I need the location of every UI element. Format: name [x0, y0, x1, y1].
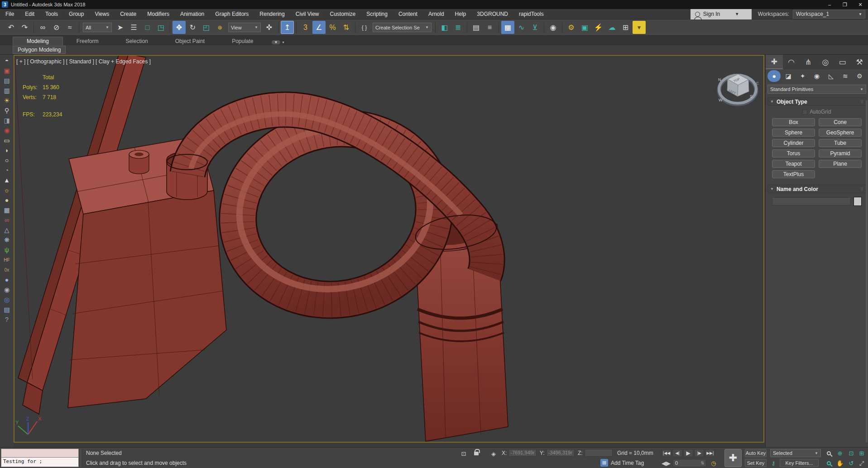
tab-selection[interactable]: Selection [112, 37, 161, 45]
select-by-name-button[interactable]: ☰ [127, 21, 140, 34]
render-in-cloud-button[interactable]: ☁ [605, 21, 619, 34]
menu-edit[interactable]: Edit [19, 9, 40, 19]
maximize-viewport-button[interactable]: ⤢ [856, 459, 867, 468]
cube-array-icon[interactable]: ▦ [1, 205, 13, 215]
use-pivot-center-button[interactable]: ✜ [263, 21, 276, 34]
cone-icon[interactable]: ▲ [1, 175, 13, 185]
align-button[interactable]: ≣ [451, 21, 465, 34]
select-and-place-button[interactable]: ⊕ [213, 21, 226, 34]
autogrid-checkbox[interactable] [802, 110, 807, 115]
panel-scrollbar[interactable] [866, 100, 868, 443]
tab-modeling[interactable]: Modeling [13, 37, 63, 45]
category-shapes[interactable]: ◪ [782, 70, 795, 82]
select-and-scale-button[interactable]: ◰ [200, 21, 213, 34]
menu-arnold[interactable]: Arnold [423, 9, 450, 19]
set-keys-button[interactable]: ✚ [724, 449, 742, 467]
menu-file[interactable]: File [0, 9, 19, 19]
cone-button[interactable]: Cone [819, 118, 862, 126]
reference-coordinate-dropdown[interactable]: View ▼ [228, 23, 261, 32]
category-lights[interactable]: ✦ [796, 70, 809, 82]
listener-script-field[interactable]: Testing for ; [1, 458, 79, 467]
hair-hf-icon[interactable]: HF [1, 255, 13, 265]
select-and-move-button[interactable]: ✥ [173, 21, 186, 34]
select-link-button[interactable]: ∞ [36, 21, 49, 34]
torus-button[interactable]: Torus [772, 149, 815, 158]
glow-dome-icon[interactable]: ◗ [1, 145, 13, 155]
listener-macro-field[interactable] [1, 449, 79, 458]
category-spacewarps[interactable]: ≋ [839, 70, 852, 82]
category-systems[interactable]: ⚙ [853, 70, 866, 82]
render-setup-button[interactable]: ⚙ [565, 21, 578, 34]
y-field[interactable]: -3496,319r [547, 449, 575, 457]
menu-modifiers[interactable]: Modifiers [142, 9, 175, 19]
red-camera-icon[interactable]: ◉ [1, 125, 13, 135]
mirror-button[interactable]: ◧ [438, 21, 451, 34]
sphere-region-icon[interactable]: ◎ [1, 295, 13, 305]
time-configuration-button[interactable]: ◷ [709, 459, 718, 467]
box-button[interactable]: Box [772, 118, 815, 126]
name-color-header[interactable]: ▼ Name and Color ⠿ [767, 185, 866, 193]
redo-button[interactable]: ↷ [18, 21, 31, 34]
tab-object-paint[interactable]: Object Paint [162, 37, 218, 45]
go-to-end-button[interactable]: ▶▶| [705, 449, 715, 457]
render-preview-icon[interactable]: ▣ [1, 66, 13, 76]
blue-sphere-icon[interactable]: ● [1, 275, 13, 285]
tube-button[interactable]: Tube [819, 139, 862, 147]
render-teapot-icon[interactable]: ◓ [1, 56, 13, 66]
scene-explorer-button[interactable]: ≡ [483, 21, 496, 34]
snap-toggle-3d-button[interactable]: 3 [299, 21, 312, 34]
undo-button[interactable]: ↶ [5, 21, 18, 34]
previous-frame-button[interactable]: ◀| [672, 449, 682, 457]
named-selection-sets-button[interactable]: { } [358, 21, 371, 34]
menu-3dground[interactable]: 3DGROUND [471, 9, 513, 19]
zoom-extents-button[interactable]: ⊡ [846, 449, 857, 458]
percent-snap-button[interactable]: % [326, 21, 339, 34]
object-color-swatch[interactable] [854, 197, 862, 206]
menu-views[interactable]: Views [89, 9, 115, 19]
menu-content[interactable]: Content [393, 9, 423, 19]
bind-spacewarp-button[interactable]: ≈ [63, 21, 77, 34]
category-helpers[interactable]: ◺ [825, 70, 838, 82]
absolute-mode-button[interactable]: ◈ [489, 449, 498, 458]
spacewarp-icon[interactable]: △ [1, 225, 13, 235]
document-transfer-icon[interactable]: ▤ [1, 305, 13, 315]
grass-icon[interactable]: ψ [1, 245, 13, 255]
selection-set-key-dropdown[interactable]: Selected ▼ [770, 449, 821, 457]
ribbon-minimize-button[interactable]: ▼ ▾ [272, 40, 284, 44]
tab-motion[interactable]: ◎ [817, 55, 834, 69]
select-object-button[interactable]: ➤ [114, 21, 127, 34]
menu-rapidtools[interactable]: rapidTools [513, 9, 549, 19]
play-button[interactable]: ▶ [683, 449, 693, 457]
minimize-button[interactable]: – [822, 0, 837, 9]
material-editor-button[interactable]: ◉ [547, 21, 560, 34]
curve-editor-button[interactable]: ∿ [515, 21, 528, 34]
next-frame-button[interactable]: |▶ [694, 449, 704, 457]
primitive-type-dropdown[interactable]: Standard Primitives ▼ [767, 85, 866, 94]
help-icon[interactable]: ? [1, 315, 13, 325]
sphere-button[interactable]: Sphere [772, 129, 815, 137]
render-dialog-icon[interactable]: ▤ [1, 76, 13, 86]
key-mode-toggle[interactable]: ◀▶ [662, 459, 671, 467]
set-key-button[interactable]: Set Key [745, 459, 767, 467]
select-sphere-icon[interactable]: ◉ [1, 285, 13, 295]
menu-help[interactable]: Help [450, 9, 472, 19]
camera-clapper-icon[interactable]: ◨ [1, 115, 13, 125]
key-filter-icon[interactable]: ⚷ [769, 459, 778, 467]
spinner-snap-button[interactable]: ⇅ [340, 21, 353, 34]
camera-mic-icon[interactable]: ⚲ [1, 105, 13, 115]
auto-key-button[interactable]: Auto Key [745, 449, 767, 457]
zoom-button[interactable] [823, 449, 834, 458]
object-type-header[interactable]: ▼ Object Type ⠿ [767, 97, 866, 106]
light-lister-icon[interactable]: ☀ [1, 96, 13, 105]
select-and-manipulate-button[interactable]: ↥ [281, 21, 294, 34]
fur-ox-icon[interactable]: 0x [1, 265, 13, 275]
x-field[interactable]: -7691,949r [508, 449, 537, 457]
zoom-region-button[interactable] [823, 459, 834, 468]
teapot-button[interactable]: Teapot [772, 160, 815, 168]
rectangular-selection-region-button[interactable]: □ [141, 21, 154, 34]
glow-plane-icon[interactable]: ▭ [1, 135, 13, 145]
sphere-icon[interactable]: ● [1, 195, 13, 205]
default-settings-button[interactable]: ▼ [633, 21, 646, 34]
menu-group[interactable]: Group [63, 9, 89, 19]
tab-display[interactable]: ▭ [834, 55, 851, 69]
